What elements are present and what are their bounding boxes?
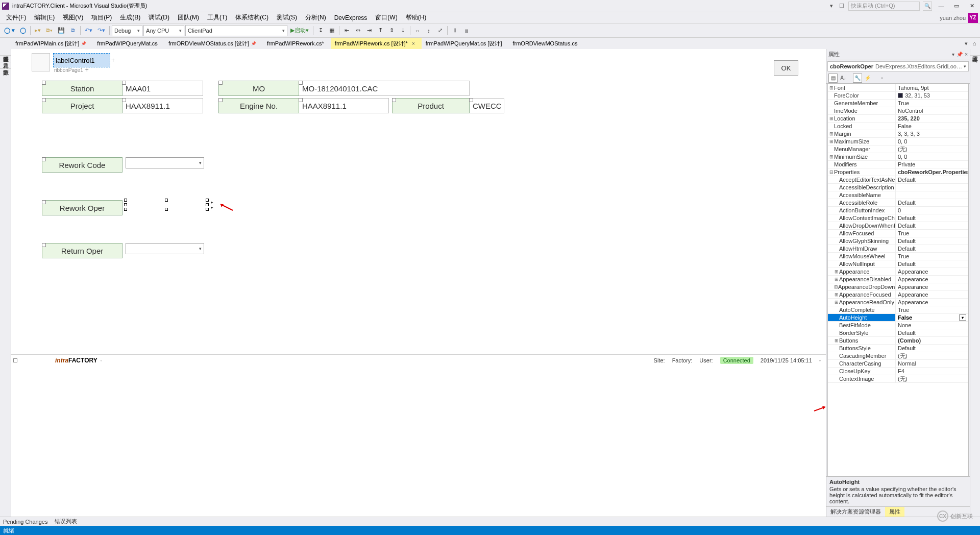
product-field[interactable]: CWECC bbox=[470, 98, 504, 113]
property-row[interactable]: ⊞AppearanceDisabledAppearance bbox=[828, 276, 968, 283]
prop-pages-icon[interactable]: ▫ bbox=[877, 74, 887, 83]
tab-frmORDViewMOStatus-cs[interactable]: frmORDViewMOStatus.cs bbox=[508, 38, 584, 49]
project-field[interactable]: HAAX8911.1 bbox=[122, 98, 203, 113]
align-left[interactable]: ⇤ bbox=[341, 25, 352, 36]
align-bottom[interactable]: ⤓ bbox=[398, 25, 408, 36]
panel-pin-icon[interactable]: 📌 bbox=[957, 52, 963, 57]
property-row[interactable]: AllowNullInputDefault bbox=[828, 260, 968, 268]
prop-props-icon[interactable]: 🔧 bbox=[853, 74, 862, 83]
property-row[interactable]: ⊞AppearanceAppearance bbox=[828, 268, 968, 276]
feedback-icon[interactable]: ☐ bbox=[838, 3, 845, 10]
menu-help[interactable]: 帮助(H) bbox=[402, 12, 431, 23]
redo-button[interactable]: ↷▾ bbox=[95, 25, 107, 36]
toolbox-tab[interactable]: 工具箱 bbox=[0, 56, 11, 62]
layout-btn-1[interactable]: ▦ bbox=[327, 25, 337, 36]
align-right[interactable]: ⇥ bbox=[364, 25, 374, 36]
align-center-h[interactable]: ⇔ bbox=[353, 25, 363, 36]
property-row[interactable]: ⊞Location235, 220 bbox=[828, 115, 968, 123]
quick-launch-button[interactable]: 🔍 bbox=[923, 2, 932, 11]
server-explorer-tab[interactable]: 服务器资源管理器 bbox=[0, 49, 11, 56]
menu-debug[interactable]: 调试(D) bbox=[144, 12, 174, 23]
config-dropdown[interactable]: Debug bbox=[112, 25, 142, 36]
nav-back-button[interactable]: ◯ ▾ bbox=[2, 25, 17, 36]
quick-launch-input[interactable]: 快速启动 (Ctrl+Q) bbox=[848, 2, 920, 11]
smart-tag-icon[interactable]: ▸ bbox=[211, 200, 213, 205]
panel-menu-icon[interactable]: ▾ bbox=[952, 52, 954, 57]
property-row[interactable]: AcceptEditorTextAsNewDefault bbox=[828, 176, 968, 184]
prop-categorized-icon[interactable]: ▤ bbox=[828, 74, 838, 83]
property-row[interactable]: ButtonsStyleDefault bbox=[828, 345, 968, 352]
mo-field[interactable]: MO-1812040101.CAC bbox=[299, 81, 470, 96]
property-row[interactable]: MenuManager(无) bbox=[828, 145, 968, 153]
tab-frmPadWIPRework-design[interactable]: frmPadWIPRework.cs [设计]*× bbox=[331, 38, 422, 49]
property-row[interactable]: AccessibleDescription bbox=[828, 184, 968, 191]
new-button[interactable]: ▸▾ bbox=[33, 25, 43, 36]
open-button[interactable]: ⧉▾ bbox=[44, 25, 55, 36]
menu-window[interactable]: 窗口(W) bbox=[371, 12, 401, 23]
maximize-button[interactable]: ▭ bbox=[950, 2, 963, 11]
align-middle[interactable]: ⇕ bbox=[386, 25, 397, 36]
rework-oper-combo-selected[interactable]: ▸ ▸ bbox=[126, 200, 207, 209]
property-row[interactable]: AutoCompleteTrue bbox=[828, 306, 968, 314]
tabs-overflow-icon[interactable]: ▾ bbox=[963, 40, 970, 47]
property-row[interactable]: ⊞AppearanceDropDownAppearance bbox=[828, 283, 968, 291]
save-button[interactable]: 💾 bbox=[56, 25, 67, 36]
tab-frmPadWIPQueryMat-design[interactable]: frmPadWIPQueryMat.cs [设计] bbox=[422, 38, 509, 49]
property-row[interactable]: AccessibleName bbox=[828, 191, 968, 199]
property-row[interactable]: AutoHeightFalse▾ bbox=[828, 314, 968, 322]
property-row[interactable]: ⊞AppearanceReadOnlyAppearance bbox=[828, 299, 968, 306]
menu-team[interactable]: 团队(M) bbox=[174, 12, 203, 23]
station-field[interactable]: MAA01 bbox=[122, 81, 203, 96]
tabs-home-icon[interactable]: ⌂ bbox=[971, 40, 978, 47]
step-button[interactable]: ↧ bbox=[315, 25, 326, 36]
property-row[interactable]: BorderStyleDefault bbox=[828, 329, 968, 337]
close-button[interactable]: ✕ bbox=[966, 2, 978, 11]
pin-icon[interactable]: 📌 bbox=[251, 41, 256, 46]
menu-project[interactable]: 项目(P) bbox=[87, 12, 116, 23]
property-row[interactable]: ActionButtonIndex0 bbox=[828, 207, 968, 214]
tab-frmPadWIPMain[interactable]: frmPadWIPMain.cs [设计]📌 bbox=[11, 38, 93, 49]
property-row[interactable]: AllowHtmlDrawDefault bbox=[828, 245, 968, 253]
menu-tools[interactable]: 工具(T) bbox=[203, 12, 231, 23]
ribbon-app-button[interactable] bbox=[32, 53, 50, 71]
pending-changes-tab[interactable]: Pending Changes bbox=[3, 519, 47, 525]
property-row[interactable]: CharacterCasingNormal bbox=[828, 360, 968, 368]
tab-properties[interactable]: 属性 bbox=[885, 507, 904, 517]
align-top[interactable]: ⤒ bbox=[375, 25, 385, 36]
property-row[interactable]: BestFitModeNone bbox=[828, 322, 968, 329]
engine-field[interactable]: HAAX8911.1 bbox=[299, 98, 389, 113]
property-row[interactable]: ⊞MinimumSize0, 0 bbox=[828, 153, 968, 161]
property-row[interactable]: CloseUpKeyF4 bbox=[828, 368, 968, 375]
user-avatar[interactable]: YZ bbox=[968, 13, 978, 23]
tab-frmPadWIPRework-cs[interactable]: frmPadWIPRework.cs* bbox=[263, 38, 331, 49]
undo-button[interactable]: ↶▾ bbox=[83, 25, 94, 36]
pin-icon[interactable]: 📌 bbox=[81, 41, 86, 46]
property-row[interactable]: ⊞Buttons(Combo) bbox=[828, 337, 968, 345]
property-row[interactable]: AccessibleRoleDefault bbox=[828, 199, 968, 207]
property-row[interactable]: ForeColor32, 31, 53 bbox=[828, 92, 968, 100]
close-icon[interactable]: × bbox=[412, 41, 415, 46]
error-list-tab[interactable]: 错误列表 bbox=[55, 518, 77, 525]
form-designer[interactable]: labelControl1+ ribbonPage1+ OK StationMA… bbox=[11, 49, 826, 517]
menu-edit[interactable]: 编辑(E) bbox=[30, 12, 59, 23]
ribbon-tab-selected[interactable]: labelControl1+ bbox=[53, 53, 110, 67]
hspace-equal[interactable]: ⫴ bbox=[450, 25, 460, 36]
menu-file[interactable]: 文件(F) bbox=[2, 12, 30, 23]
menu-build[interactable]: 生成(B) bbox=[116, 12, 144, 23]
brand-add-icon[interactable]: ▫ bbox=[101, 358, 102, 363]
menu-architecture[interactable]: 体系结构(C) bbox=[231, 12, 273, 23]
notifications-icon[interactable]: ▾ bbox=[828, 3, 835, 10]
platform-dropdown[interactable]: Any CPU bbox=[143, 25, 184, 36]
property-row[interactable]: GenerateMemberTrue bbox=[828, 100, 968, 107]
user-name[interactable]: yuan zhou bbox=[940, 15, 966, 21]
footer-add-icon[interactable]: ▫ bbox=[819, 358, 821, 363]
ok-button[interactable]: OK bbox=[774, 60, 798, 76]
start-debug-button[interactable]: ▶ 启动 ▾ bbox=[288, 25, 311, 36]
data-sources-tab[interactable]: 数据源 bbox=[0, 62, 11, 69]
minimize-button[interactable]: — bbox=[935, 2, 947, 11]
diagnostics-tab[interactable]: 诊断工具 bbox=[970, 49, 980, 56]
property-row[interactable]: ContextImage(无) bbox=[828, 375, 968, 383]
tab-frmORDViewMOStatus-design[interactable]: frmORDViewMOStatus.cs [设计]📌 bbox=[164, 38, 263, 49]
save-all-button[interactable]: ⧉ bbox=[68, 25, 78, 36]
property-row[interactable]: AllowContextImageChaDefault bbox=[828, 214, 968, 222]
